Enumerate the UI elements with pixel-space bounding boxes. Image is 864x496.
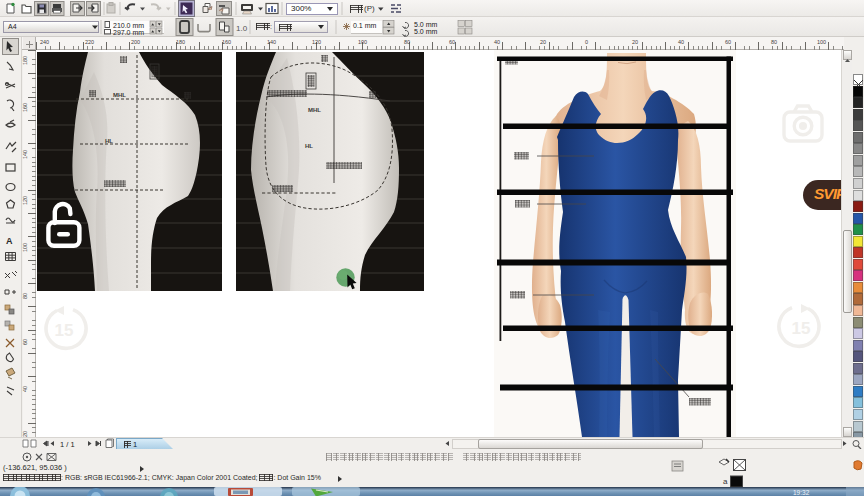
svg-text:19:32: 19:32: [793, 489, 810, 496]
svg-text:15: 15: [792, 319, 811, 338]
svg-text:A: A: [6, 236, 13, 246]
svg-text:a: a: [723, 477, 728, 486]
svg-text:15: 15: [55, 321, 74, 340]
svg-text:HL: HL: [305, 143, 313, 149]
svg-text:1.0: 1.0: [236, 24, 248, 33]
svg-text:MHL: MHL: [308, 107, 321, 113]
svg-text:MHL: MHL: [113, 92, 126, 98]
svg-text:HL: HL: [105, 138, 113, 144]
